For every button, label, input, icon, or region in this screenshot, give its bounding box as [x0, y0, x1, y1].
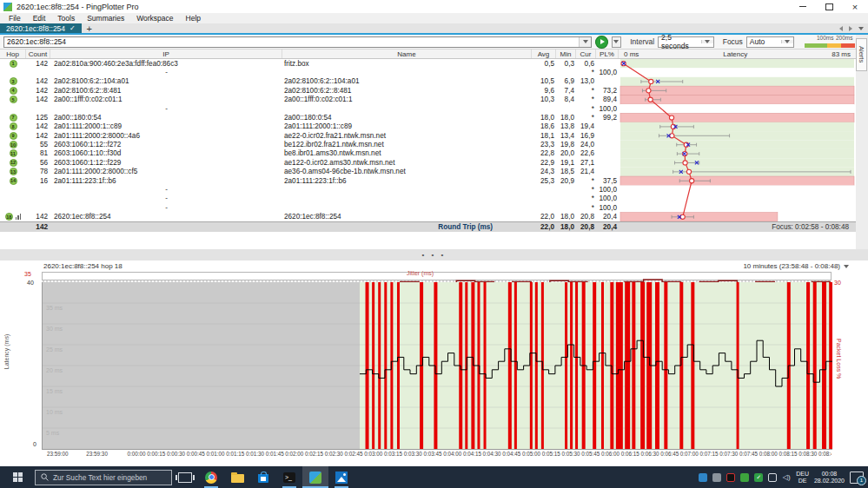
ip-cell: 2a02:8100:6:2::8:481 [50, 87, 282, 95]
cur-cell: * [576, 195, 596, 202]
menu-item-workspace[interactable]: Workspace [130, 14, 179, 23]
hop-number-badge: 7 [10, 114, 17, 122]
header-cur[interactable]: Cur [576, 49, 596, 58]
ip-cell: 2a01:111:2000:1::c89 [50, 122, 282, 130]
header-ip[interactable]: IP [50, 49, 282, 58]
name-cell: 2a01:111:223:1f::b6 [282, 177, 532, 185]
time-tick-label: 0:01:00 [206, 451, 224, 457]
taskbar-app-command-prompt[interactable]: >_ [276, 466, 302, 488]
name-cell: ae122-0.icr02.ams30.ntwk.msn.net [282, 159, 532, 167]
new-tab-button[interactable]: + [82, 23, 97, 33]
microsoft-store-icon [258, 474, 268, 483]
time-tick-label: 0:00:15 [147, 451, 165, 457]
tray-speaker-icon[interactable]: ◁) [782, 473, 791, 482]
windows-logo-icon [13, 472, 23, 482]
gridline-label: 35 ms [46, 305, 63, 311]
cur-cell: 22,6 [576, 149, 596, 157]
gridline-label: 5 ms [46, 430, 60, 436]
avg-cell: 25,3 [532, 177, 556, 185]
title-bar: 2620:1ec:8f8::254 - PingPlotter Pro × [0, 0, 868, 13]
count-cell: 142 [26, 77, 50, 85]
name-cell: ae22-0.icr02.fra21.ntwk.msn.net [282, 132, 532, 140]
clock[interactable]: 00:0828.02.2020 [814, 471, 845, 485]
target-dropdown-button[interactable] [579, 37, 591, 47]
start-button[interactable] [0, 466, 35, 488]
menu-item-file[interactable]: File [3, 14, 27, 23]
close-button[interactable]: × [842, 0, 868, 13]
tab-scroll-left-icon[interactable] [839, 26, 843, 31]
ip-cell: 2620:1ec:8f8::254 [50, 213, 282, 221]
minimize-button[interactable] [790, 0, 816, 13]
graph-row-band [620, 104, 854, 113]
tray-green-app-icon[interactable] [740, 473, 749, 482]
tray-shield-check-icon[interactable]: ✓ [754, 473, 763, 482]
timeline-range-select[interactable]: 10 minutes (23:58:48 - 0:08:48) [743, 262, 849, 270]
hop-cell [0, 195, 26, 203]
taskbar-app-pingplotter[interactable] [302, 466, 328, 488]
action-center-icon[interactable]: 1 [850, 472, 864, 484]
avg-cell: 18,1 [532, 132, 556, 140]
pane-splitter[interactable]: • • • [0, 249, 868, 260]
taskbar-app-task-view[interactable] [172, 466, 198, 488]
start-trace-button[interactable] [595, 36, 607, 49]
hop-cell: 3 [0, 77, 26, 86]
language-line1: DEU [796, 471, 809, 478]
trace-table-footer: 142 Round Trip (ms) 22,0 18,0 20,8 20,4 … [0, 221, 856, 232]
hop-number-badge: 4 [10, 87, 17, 95]
taskbar-search[interactable]: Zur Suche Text hier eingeben [35, 470, 172, 485]
tray-recorder-icon[interactable] [726, 473, 735, 482]
trace-options-dropdown[interactable] [612, 36, 621, 48]
taskbar-app-chrome[interactable] [198, 466, 224, 488]
loss-axis-label: Packet Loss % [836, 339, 842, 379]
packet-loss-bar [514, 282, 517, 449]
menu-item-tools[interactable]: Tools [51, 14, 81, 23]
timeline-header: 2620:1ec:8f8::254 hop 18 10 minutes (23:… [0, 260, 868, 272]
hop-cell [0, 185, 26, 194]
maximize-button[interactable] [816, 0, 842, 13]
header-name[interactable]: Name [282, 49, 532, 58]
time-tick-label: 0:02:00 [285, 451, 303, 457]
header-hop[interactable]: Hop [0, 49, 26, 58]
menu-item-summaries[interactable]: Summaries [81, 14, 130, 23]
target-input[interactable] [4, 37, 579, 47]
menu-item-help[interactable]: Help [180, 14, 207, 23]
taskbar-app-file-explorer[interactable] [224, 466, 250, 488]
tab-list-icon[interactable] [858, 27, 864, 30]
time-tick-label: 0:08:00 [759, 451, 778, 457]
header-count[interactable]: Count [26, 49, 50, 58]
tray-gray-app-icon[interactable] [712, 473, 721, 482]
interval-select[interactable]: 2,5 seconds [658, 36, 714, 48]
graph-row-band [620, 113, 854, 122]
cur-cell: * [576, 96, 596, 103]
focus-select[interactable]: Auto [746, 36, 794, 48]
ip-cell: 2a02:8100:6:2::104:a01 [50, 77, 282, 85]
focus-label: Focus [723, 37, 743, 46]
header-pl[interactable]: PL% [596, 49, 619, 58]
pl-cell: 100,0 [596, 195, 619, 202]
graph-row-band [620, 149, 854, 158]
header-min[interactable]: Min [556, 49, 576, 58]
avg-cell: 10,3 [532, 96, 556, 103]
min-cell: 19,1 [556, 159, 576, 167]
alerts-side-tab[interactable]: Alerts [856, 38, 867, 71]
tab-scroll-right-icon[interactable] [849, 26, 852, 31]
hop-number-badge: 18 [5, 213, 13, 221]
packet-loss-bar [664, 282, 667, 449]
round-trip-label: Round Trip (ms) [282, 223, 532, 231]
language-indicator[interactable]: DEUDE [796, 471, 809, 485]
ip-cell: - [50, 69, 282, 76]
footer-count: 142 [26, 223, 50, 231]
name-cell: 2a00::180:0:54 [282, 114, 532, 122]
taskbar-app-photos[interactable] [328, 466, 354, 488]
menu-item-edit[interactable]: Edit [27, 14, 52, 23]
count-cell: 55 [26, 141, 50, 148]
tray-monitor-icon[interactable] [768, 473, 777, 482]
header-avg[interactable]: Avg [532, 49, 556, 58]
taskbar-app-microsoft-store[interactable] [250, 466, 276, 488]
tab-target[interactable]: 2620:1ec:8f8::254 ✓ [0, 23, 82, 33]
avg-cell: 9,6 [532, 87, 556, 95]
pingplotter-window: 2620:1ec:8f8::254 - PingPlotter Pro × Fi… [0, 0, 868, 488]
graph-row-band [620, 176, 854, 185]
timeline-graph[interactable]: 35 ms30 ms25 ms20 ms15 ms10 ms5 ms [42, 282, 832, 450]
tray-blue-sync-icon[interactable] [699, 473, 707, 482]
